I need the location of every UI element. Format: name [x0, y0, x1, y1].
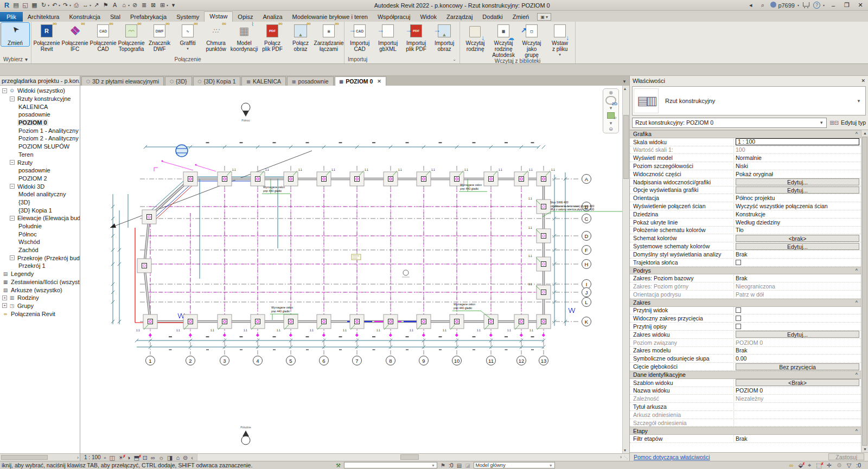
- grid-bubble-row-K[interactable]: K: [582, 317, 591, 326]
- zarządzanie-łączami-button[interactable]: ≣∞Zarządzaniełączami: [315, 23, 343, 52]
- grid-bubble-column-3[interactable]: 3: [220, 356, 229, 365]
- property-value[interactable]: Edytuj...: [734, 178, 861, 185]
- instance-selector[interactable]: Rzut konstrukcyjny: POZIOM 0 ▼: [632, 118, 827, 128]
- tab-zmie-[interactable]: Zmień: [508, 12, 534, 22]
- crop-view-icon[interactable]: ⬒✗: [133, 454, 139, 461]
- dialog-launcher-icon[interactable]: ⌄: [452, 57, 456, 62]
- collapse-section-icon[interactable]: ^: [856, 372, 861, 377]
- design-option-combobox[interactable]: Model główny▼: [474, 462, 555, 468]
- browser-item-rzuty-konstrukcyjne[interactable]: −Rzuty konstrukcyjne: [0, 95, 80, 103]
- collapse-section-icon[interactable]: ^: [856, 131, 861, 137]
- reveal-hidden-elements-icon[interactable]: ☼: [158, 454, 164, 461]
- modify-state-box[interactable]: ▣▾: [537, 13, 551, 21]
- sync-icon[interactable]: ↻: [40, 1, 48, 9]
- tab-systemy[interactable]: Systemy: [171, 12, 204, 22]
- grid-bubble-column-10[interactable]: 10: [452, 356, 462, 365]
- grid-bubble-row-D[interactable]: D: [582, 232, 591, 241]
- measure-icon-dropdown[interactable]: ▾: [90, 3, 91, 7]
- type-selector-dropdown-icon[interactable]: ▼: [857, 99, 861, 104]
- tab-zarz-dzaj[interactable]: Zarządzaj: [442, 12, 477, 22]
- grid-bubble-column-11[interactable]: 11: [487, 356, 496, 365]
- select-links-icon[interactable]: ∞: [789, 462, 794, 468]
- type-selector[interactable]: ▤▥ Rzut konstrukcyjny ▼: [632, 86, 866, 115]
- grid-bubble-column-7[interactable]: 7: [353, 356, 362, 365]
- drawing-area[interactable]: 12345678910111213ABCDFHIJLK1.11.11.11.11…: [80, 86, 629, 453]
- browser-item-widoki-wszystko-[interactable]: −⊙Widoki (wszystko): [0, 87, 80, 95]
- store-cart-icon[interactable]: [803, 2, 809, 7]
- browser-item-rodziny[interactable]: +▥Rodziny: [0, 294, 80, 302]
- scrollbar-thumb[interactable]: [1, 455, 48, 460]
- property-section-etapy[interactable]: Etapy^: [630, 427, 861, 435]
- tab-stal[interactable]: Stal: [105, 12, 125, 22]
- floor-plan-drawing[interactable]: 12345678910111213ABCDFHIJLK1.11.11.11.11…: [80, 86, 629, 453]
- editable-only-icon[interactable]: ⚑: [441, 462, 445, 468]
- tag-icon[interactable]: ⚑: [101, 1, 110, 9]
- minimize-button[interactable]: –: [828, 2, 838, 9]
- property-value[interactable]: Edytuj...: [734, 243, 861, 250]
- view-tab--3d-kopia-1[interactable]: ⬡{3D} Kopia 1: [193, 76, 241, 86]
- tab-analiza[interactable]: Analiza: [258, 12, 287, 22]
- measure-icon[interactable]: ↔: [81, 1, 90, 9]
- property-value[interactable]: Bez przycięcia: [734, 363, 861, 370]
- north-elevation-marker[interactable]: Północ: [241, 103, 250, 122]
- browser-item--3d-kopia-1[interactable]: {3D} Kopia 1: [0, 206, 80, 214]
- property-value[interactable]: [734, 324, 861, 329]
- property-value[interactable]: Brak: [734, 347, 861, 354]
- drag-on-selection-icon[interactable]: ✛: [827, 462, 832, 468]
- shadows-icon[interactable]: ◑: [127, 454, 131, 461]
- view-tab-poziom-0[interactable]: ▦POZIOM 0✕: [335, 76, 386, 86]
- grid-bubble-row-A[interactable]: A: [582, 175, 591, 184]
- property-button[interactable]: Edytuj...: [736, 187, 859, 194]
- collapse-section-icon[interactable]: ^: [856, 300, 861, 305]
- property-button[interactable]: Edytuj...: [736, 178, 859, 185]
- tab-modelowanie-bry-owe-i-teren[interactable]: Modelowanie bryłowe i teren: [288, 12, 373, 22]
- property-value[interactable]: <Brak>: [734, 379, 861, 386]
- close-view-tab-icon[interactable]: ✕: [377, 79, 381, 84]
- aligned-dimension-icon[interactable]: ↗: [92, 1, 100, 9]
- property-value[interactable]: Patrz w dół: [734, 291, 861, 298]
- text-icon[interactable]: A: [111, 1, 119, 9]
- grid-bubble-column-9[interactable]: 9: [419, 356, 429, 365]
- tab-dodatki[interactable]: Dodatki: [477, 12, 507, 22]
- thin-lines-icon[interactable]: ≣: [140, 1, 148, 9]
- property-value[interactable]: [734, 260, 861, 265]
- show-crop-region-icon[interactable]: ⊡: [143, 454, 148, 461]
- browser-item-grupy[interactable]: +◳Grupy: [0, 302, 80, 310]
- app-logo-icon[interactable]: R: [3, 1, 11, 9]
- tree-expander-icon[interactable]: −: [2, 88, 7, 93]
- property-button[interactable]: <Brak>: [736, 379, 859, 386]
- zoom-icon[interactable]: ⌕: [607, 112, 615, 119]
- select-pinned-icon[interactable]: ⌖: [808, 462, 811, 468]
- property-value[interactable]: <brak>: [734, 235, 861, 242]
- property-value[interactable]: Według dziedziny: [734, 219, 861, 226]
- design-options-dialog-icon[interactable]: ▤: [457, 462, 462, 468]
- section-icon[interactable]: ⊘: [131, 1, 139, 9]
- collapse-search-icon[interactable]: ◂: [746, 1, 755, 9]
- browser-item-poziom-1-analityczny[interactable]: Poziom 1 - Analityczny: [0, 126, 80, 134]
- collapse-section-icon[interactable]: ^: [856, 428, 861, 434]
- property-value[interactable]: Edytuj...: [734, 331, 861, 338]
- property-value[interactable]: Konstrukcje: [734, 211, 861, 217]
- property-value[interactable]: Wyczyść wszystkie połączenia ścian: [734, 203, 861, 209]
- importuj-plik-pdf-button[interactable]: PDF→Importujplik PDF: [402, 23, 430, 52]
- canvas-hscrollbar[interactable]: › ⋱: [197, 454, 629, 461]
- constraints-icon[interactable]: ⊝: [183, 454, 188, 461]
- sync-icon-dropdown[interactable]: ▾: [48, 3, 49, 7]
- połączenie-cad-button[interactable]: CAD∞PołączenieCAD: [89, 23, 117, 52]
- background-processes-icon[interactable]: ⚙: [837, 462, 842, 468]
- grid-bubble-column-6[interactable]: 6: [320, 356, 329, 365]
- scroll-down-icon[interactable]: ▼: [863, 447, 867, 451]
- browser-item-posadownie[interactable]: posadownie: [0, 166, 80, 175]
- scrollbar-thumb[interactable]: [400, 454, 419, 460]
- grid-bubble-column-13[interactable]: 13: [539, 356, 548, 365]
- property-value[interactable]: [734, 307, 861, 313]
- scale-button[interactable]: 1 : 100: [84, 454, 101, 460]
- account-dropdown-icon[interactable]: ▾: [797, 3, 799, 7]
- default-3d-view-icon[interactable]: ⌂: [120, 1, 128, 9]
- połącz-obraz-button[interactable]: ▲∞Połączobraz: [286, 23, 315, 52]
- property-button[interactable]: Edytuj...: [736, 331, 859, 338]
- properties-scrollbar[interactable]: ▲ ▼: [861, 130, 868, 452]
- account-button[interactable]: p7699: [770, 2, 795, 9]
- browser-item-posadownie[interactable]: posadownie: [0, 111, 80, 119]
- switch-windows-icon-dropdown[interactable]: ▾: [167, 3, 168, 7]
